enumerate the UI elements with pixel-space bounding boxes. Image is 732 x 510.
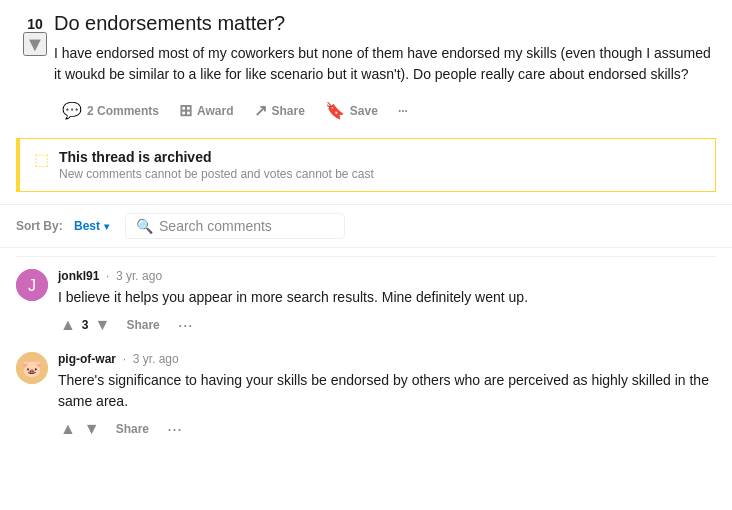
post-actions: 💬 2 Comments ⊞ Award ↗ Share 🔖 Save ··· <box>54 95 716 126</box>
comment-vote: ▲ ▼ <box>58 418 102 440</box>
post-vote-count: 10 <box>27 16 43 32</box>
comments-button[interactable]: 💬 2 Comments <box>54 95 167 126</box>
avatar-image: 🐷 <box>16 352 48 384</box>
comment-meta: jonkl91 · 3 yr. ago <box>58 269 716 283</box>
chevron-down-icon: ▾ <box>104 221 109 232</box>
avatar: J <box>16 269 48 301</box>
award-icon: ⊞ <box>179 101 192 120</box>
archive-icon: ⬚ <box>34 150 49 169</box>
comment-item: J jonkl91 · 3 yr. ago I believe it helps… <box>16 269 716 336</box>
save-label: Save <box>350 104 378 118</box>
comment-icon: 💬 <box>62 101 82 120</box>
post-container: 10 ▼ Do endorsements matter? I have endo… <box>0 0 732 138</box>
comment-more-button[interactable]: ··· <box>174 315 197 336</box>
comment-text: There's significance to having your skil… <box>58 370 716 412</box>
post-body: I have endorsed most of my coworkers but… <box>54 43 716 85</box>
comment-share-button[interactable]: Share <box>120 316 165 334</box>
comment-author: jonkl91 <box>58 269 99 283</box>
comment-vote: ▲ 3 ▼ <box>58 314 112 336</box>
comment-item: 🐷 pig-of-war · 3 yr. ago There's signifi… <box>16 352 716 440</box>
archived-banner: ⬚ This thread is archived New comments c… <box>16 138 716 192</box>
search-box: 🔍 <box>125 213 345 239</box>
search-input[interactable] <box>159 218 334 234</box>
comments-controls: Sort By: Best ▾ 🔍 <box>0 204 732 248</box>
save-button[interactable]: 🔖 Save <box>317 95 386 126</box>
search-icon: 🔍 <box>136 218 153 234</box>
post-title: Do endorsements matter? <box>54 12 716 35</box>
post-content: Do endorsements matter? I have endorsed … <box>54 12 716 138</box>
archived-subtitle: New comments cannot be posted and votes … <box>59 167 374 181</box>
sort-label: Sort By: <box>16 219 63 233</box>
sort-value: Best <box>74 219 100 233</box>
comment-upvote-button[interactable]: ▲ <box>58 314 78 336</box>
share-label: Share <box>272 104 305 118</box>
more-label: ··· <box>398 104 408 118</box>
comment-body: jonkl91 · 3 yr. ago I believe it helps y… <box>58 269 716 336</box>
share-button[interactable]: ↗ Share <box>246 95 313 126</box>
sort-button[interactable]: Sort By: Best ▾ <box>16 219 109 233</box>
svg-text:🐷: 🐷 <box>22 359 42 378</box>
comments-section: J jonkl91 · 3 yr. ago I believe it helps… <box>0 257 732 468</box>
svg-text:J: J <box>28 277 36 294</box>
comments-label: 2 Comments <box>87 104 159 118</box>
award-label: Award <box>197 104 233 118</box>
award-button[interactable]: ⊞ Award <box>171 95 241 126</box>
comment-more-button[interactable]: ··· <box>163 419 186 440</box>
comment-body: pig-of-war · 3 yr. ago There's significa… <box>58 352 716 440</box>
avatar-image: J <box>16 269 48 301</box>
comment-author: pig-of-war <box>58 352 116 366</box>
comment-time: 3 yr. ago <box>116 269 162 283</box>
avatar: 🐷 <box>16 352 48 384</box>
comment-downvote-button[interactable]: ▼ <box>82 418 102 440</box>
comment-downvote-button[interactable]: ▼ <box>93 314 113 336</box>
comment-text: I believe it helps you appear in more se… <box>58 287 716 308</box>
comment-actions: ▲ 3 ▼ Share ··· <box>58 314 716 336</box>
comment-actions: ▲ ▼ Share ··· <box>58 418 716 440</box>
save-icon: 🔖 <box>325 101 345 120</box>
more-button[interactable]: ··· <box>390 98 416 124</box>
comment-meta: pig-of-war · 3 yr. ago <box>58 352 716 366</box>
comment-time: 3 yr. ago <box>133 352 179 366</box>
post-downvote-button[interactable]: ▼ <box>23 32 47 56</box>
share-icon: ↗ <box>254 101 267 120</box>
vote-section: 10 ▼ <box>16 12 54 138</box>
archived-text-block: This thread is archived New comments can… <box>59 149 374 181</box>
comment-upvote-button[interactable]: ▲ <box>58 418 78 440</box>
comment-vote-count: 3 <box>82 318 89 332</box>
archived-title: This thread is archived <box>59 149 374 165</box>
comment-share-button[interactable]: Share <box>110 420 155 438</box>
